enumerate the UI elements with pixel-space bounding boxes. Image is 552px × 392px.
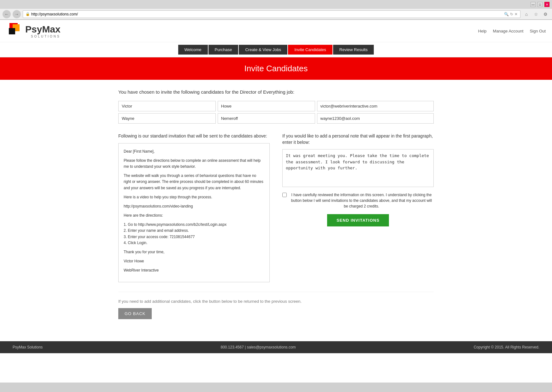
- tab-invite-candidates[interactable]: Invite Candidates: [288, 45, 332, 55]
- email-para2: The website will walk you through a seri…: [124, 173, 264, 191]
- intro-text: You have chosen to invite the following …: [118, 89, 434, 95]
- candidate-1-lastname: Howe: [218, 101, 315, 111]
- two-col-layout: Following is our standard invitation tha…: [118, 133, 434, 282]
- main-content: You have chosen to invite the following …: [55, 80, 497, 329]
- star-icon[interactable]: ☆: [532, 10, 540, 18]
- logo-blocks: [6, 23, 22, 39]
- page-banner: Invite Candidates: [0, 57, 552, 80]
- logo-block-black: [9, 28, 15, 34]
- candidate-2-email: wayne1230@aol.com: [317, 113, 434, 124]
- email-video-link: http://psymaxsolutions.com/video-landing: [124, 203, 264, 209]
- address-bar[interactable]: 🔒 🔍 ↻ ✕: [23, 10, 520, 18]
- candidate-2-firstname: Wayne: [118, 113, 216, 124]
- logo-solutions-text: SOLUTIONS: [25, 35, 61, 38]
- email-closing: Thank you for your time,: [124, 249, 264, 255]
- browser-chrome: — □ ✕ ← → 🔒 🔍 ↻ ✕ ⌂ ☆ ⚙: [0, 0, 552, 20]
- settings-icon[interactable]: ⚙: [541, 10, 549, 18]
- confirm-text: I have carefully reviewed the informatio…: [289, 192, 434, 209]
- footer-copyright: Copyright © 2015. All Rights Reserved.: [474, 345, 539, 349]
- send-btn-area: SEND INVITATIONS: [282, 214, 434, 226]
- page-title: Invite Candidates: [244, 64, 308, 73]
- confirm-checkbox[interactable]: [282, 193, 287, 197]
- back-text: If you need to add additional candidates…: [118, 298, 434, 305]
- home-icon[interactable]: ⌂: [522, 10, 531, 18]
- candidate-grid: Victor Howe victor@webriverinteractive.c…: [118, 101, 434, 124]
- logo-text-group: PsyMax SOLUTIONS: [25, 24, 61, 38]
- back-navigation-button[interactable]: ←: [3, 10, 11, 18]
- confirm-area: I have carefully reviewed the informatio…: [282, 192, 434, 209]
- candidate-2-lastname: Nemeroff: [218, 113, 315, 124]
- refresh-icon[interactable]: ↻: [510, 12, 513, 16]
- left-col-heading: Following is our standard invitation tha…: [118, 133, 270, 139]
- logo: PsyMax SOLUTIONS: [6, 23, 61, 39]
- browser-titlebar: — □ ✕: [0, 0, 552, 9]
- footer-brand: PsyMax Solutions: [13, 345, 43, 349]
- candidate-1-firstname: Victor: [118, 101, 216, 111]
- right-col-heading: If you would like to add a personal note…: [282, 133, 434, 145]
- tab-welcome[interactable]: Welcome: [178, 45, 208, 55]
- col-right: If you would like to add a personal note…: [282, 133, 434, 282]
- tab-review-results[interactable]: Review Results: [333, 45, 374, 55]
- email-signature-name: Victor Howe: [124, 258, 264, 264]
- page-wrapper: PsyMax SOLUTIONS Help Manage Account Sig…: [0, 20, 552, 383]
- help-link[interactable]: Help: [478, 29, 487, 33]
- email-para4: Here are the directions:: [124, 213, 264, 219]
- tab-purchase[interactable]: Purchase: [208, 45, 238, 55]
- logo-psymax-text: PsyMax: [25, 24, 61, 35]
- email-salutation: Dear [First Name],: [124, 149, 264, 155]
- browser-toolbar-right: ⌂ ☆ ⚙: [522, 10, 549, 18]
- manage-account-link[interactable]: Manage Account: [493, 29, 524, 33]
- close-address-icon[interactable]: ✕: [514, 12, 518, 16]
- bottom-section: If you need to add additional candidates…: [118, 292, 434, 319]
- url-input[interactable]: [31, 12, 503, 16]
- minimize-button[interactable]: —: [531, 2, 536, 7]
- email-directions: 1. Go to http://www.psymaxsolutions.com/…: [124, 222, 264, 246]
- close-button[interactable]: ✕: [544, 2, 549, 7]
- site-header: PsyMax SOLUTIONS Help Manage Account Sig…: [0, 20, 552, 42]
- lock-icon: 🔒: [26, 12, 30, 16]
- forward-navigation-button[interactable]: →: [13, 10, 21, 18]
- go-back-button[interactable]: GO BACK: [118, 308, 152, 319]
- browser-toolbar: ← → 🔒 🔍 ↻ ✕ ⌂ ☆ ⚙: [0, 9, 552, 20]
- col-left: Following is our standard invitation tha…: [118, 133, 270, 282]
- search-icon: 🔍: [504, 12, 509, 16]
- browser-window-controls[interactable]: — □ ✕: [531, 2, 549, 7]
- site-footer: PsyMax Solutions 800.123.4567 | sales@ps…: [0, 341, 552, 353]
- email-para3: Here is a video to help you step through…: [124, 194, 264, 200]
- tab-create-view-jobs[interactable]: Create & View Jobs: [239, 45, 287, 55]
- address-bar-icons: 🔍 ↻ ✕: [504, 12, 518, 16]
- send-invitations-button[interactable]: SEND INVITATIONS: [327, 214, 389, 226]
- candidate-1-email: victor@webriverinteractive.com: [317, 101, 434, 111]
- personal-note-textarea[interactable]: [282, 149, 434, 187]
- header-nav-links: Help Manage Account Sign Out: [478, 29, 546, 33]
- maximize-button[interactable]: □: [537, 2, 543, 7]
- email-template-box: Dear [First Name], Please follow the dir…: [118, 143, 270, 282]
- email-para1: Please follow the directions below to co…: [124, 158, 264, 170]
- nav-tabs: Welcome Purchase Create & View Jobs Invi…: [0, 42, 552, 57]
- sign-out-link[interactable]: Sign Out: [530, 29, 546, 33]
- footer-contact: 800.123.4567 | sales@psymaxsolutions.com: [220, 345, 296, 349]
- email-signature-company: WebRiver Interactive: [124, 267, 264, 273]
